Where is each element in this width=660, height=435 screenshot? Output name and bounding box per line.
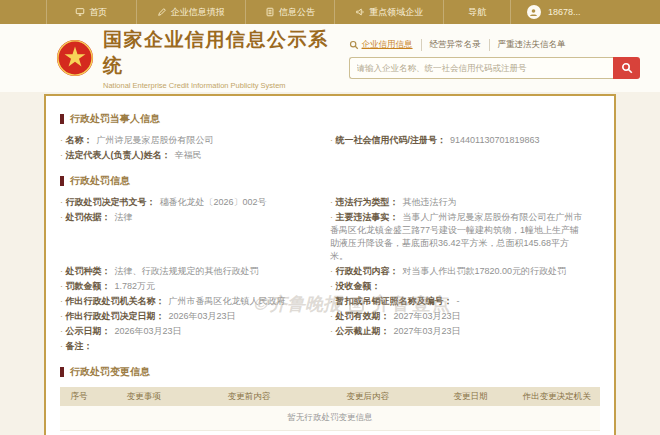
field-penalty-authority: 作出行政处罚机关名称：广州市番禺区化龙镇人民政府 (60, 295, 330, 308)
col-header-index: 序号 (60, 387, 98, 406)
site-header: 国家企业信用信息公示系统 National Enterprise Credit … (0, 24, 660, 92)
field-remarks: 备注： (60, 340, 330, 353)
search-block: 企业信用信息 经营异常名录 严重违法失信名单 (349, 37, 640, 79)
nav-spacer (0, 0, 46, 24)
field-publicity-date: 公示日期：2026年03月23日 (60, 325, 330, 338)
field-row: 法定代表人(负责人)姓名：辛福民 (60, 149, 600, 164)
field-row: 公示日期：2026年03月23日 公示截止期：2027年03月23日 (60, 325, 600, 340)
field-credit-code: 统一社会信用代码/注册号：914401130701819863 (330, 134, 600, 147)
nav-item-home[interactable]: 首页 (46, 0, 136, 24)
nav-item-navigation[interactable]: 导航 (443, 0, 510, 24)
field-penalty-content: 行政处罚内容：对当事人作出罚款17820.00元的行政处罚 (330, 265, 600, 278)
penalty-change-table: 序号 变更事项 变更前内容 变更后内容 变更日期 作出变更决定机关 暂无行政处罚… (60, 387, 600, 431)
user-phone: 18678... (548, 7, 581, 17)
search-tab-enterprise-credit[interactable]: 企业信用信息 (362, 39, 421, 51)
nav-item-enterprise-filing[interactable]: 企业信息填报 (136, 0, 245, 24)
megaphone-icon (355, 7, 365, 17)
section-bullet-icon (60, 367, 64, 377)
site-title-block: 国家企业信用信息公示系统 National Enterprise Credit … (103, 27, 349, 90)
field-penalty-category: 处罚种类：法律、行政法规规定的其他行政处罚 (60, 265, 330, 278)
table-header-row: 序号 变更事项 变更前内容 变更后内容 变更日期 作出变更决定机关 (60, 387, 600, 406)
table-empty-row: 暂无行政处罚变更信息 (60, 406, 600, 430)
section-title: 行政处罚当事人信息 (60, 112, 600, 126)
section-penalty-info: 行政处罚信息 行政处罚决定书文号：穗番化龙处〔2026〕002号 违法行为类型：… (60, 174, 600, 355)
field-decision-doc-number: 行政处罚决定书文号：穗番化龙处〔2026〕002号 (60, 196, 330, 209)
field-fine-amount: 罚款金额：1.782万元 (60, 280, 330, 293)
col-header-change-date: 变更日期 (427, 387, 513, 406)
search-icon (621, 62, 633, 74)
site-title: 国家企业信用信息公示系统 (103, 27, 349, 79)
section-penalty-party-info: 行政处罚当事人信息 名称：广州诗尼曼家居股份有限公司 统一社会信用代码/注册号：… (60, 112, 600, 164)
field-row: 作出行政处罚机关名称：广州市番禺区化龙镇人民政府 暂扣或吊销证照名称及编号：- (60, 295, 600, 310)
field-license-suspension: 暂扣或吊销证照名称及编号：- (330, 295, 600, 308)
search-icon (349, 40, 359, 50)
nav-item-label: 企业信息填报 (171, 6, 225, 19)
col-header-after: 变更后内容 (308, 387, 427, 406)
nav-item-label: 首页 (89, 6, 107, 19)
empty-message: 暂无行政处罚变更信息 (60, 406, 600, 430)
field-row: 备注： (60, 340, 600, 355)
nav-item-info-announcement[interactable]: 信息公告 (245, 0, 335, 24)
section-bullet-icon (60, 176, 64, 186)
national-emblem-logo (56, 39, 94, 77)
search-tab-row: 企业信用信息 经营异常名录 严重违法失信名单 (349, 37, 640, 52)
field-violation-type: 违法行为类型：其他违法行为 (330, 196, 600, 209)
section-penalty-change-info: 行政处罚变更信息 序号 变更事项 变更前内容 变更后内容 变更日期 作出变更决定… (60, 365, 600, 431)
search-row (349, 57, 640, 79)
nav-item-key-field-enterprises[interactable]: 重点领域企业 (334, 0, 443, 24)
pencil-icon (157, 7, 167, 17)
user-avatar-icon (527, 5, 541, 19)
field-confiscation-amount: 没收金额： (330, 280, 600, 293)
field-row: 处罚依据：法律 主要违法事实：当事人广州诗尼曼家居股份有限公司在广州市番禺区化龙… (60, 211, 600, 265)
detail-content-panel: 行政处罚当事人信息 名称：广州诗尼曼家居股份有限公司 统一社会信用代码/注册号：… (44, 94, 616, 435)
field-main-violation-facts: 主要违法事实：当事人广州诗尼曼家居股份有限公司在广州市番禺区化龙镇金盛三路77号… (330, 211, 600, 263)
field-company-name: 名称：广州诗尼曼家居股份有限公司 (60, 134, 330, 147)
document-icon (265, 7, 275, 17)
field-penalty-basis: 处罚依据：法律 (60, 211, 330, 263)
field-row: 作出行政处罚决定日期：2026年03月23日 处罚有效期：2027年03月23日 (60, 310, 600, 325)
field-row: 罚款金额：1.782万元 没收金额： (60, 280, 600, 295)
field-publicity-deadline: 公示截止期：2027年03月23日 (330, 325, 600, 338)
section-bullet-icon (60, 114, 64, 124)
section-title: 行政处罚变更信息 (60, 365, 600, 379)
field-row: 行政处罚决定书文号：穗番化龙处〔2026〕002号 违法行为类型：其他违法行为 (60, 196, 600, 211)
search-tab-abnormal-operations[interactable]: 经营异常名录 (421, 39, 489, 51)
nav-item-label: 导航 (468, 6, 486, 19)
col-header-before: 变更前内容 (190, 387, 309, 406)
section-title: 行政处罚信息 (60, 174, 600, 188)
monitor-icon (75, 7, 85, 17)
search-tab-serious-violations[interactable]: 严重违法失信名单 (489, 39, 574, 51)
field-legal-representative: 法定代表人(负责人)姓名：辛福民 (60, 149, 330, 162)
search-input[interactable] (349, 57, 613, 79)
site-subtitle: National Enterprise Credit Information P… (103, 81, 349, 90)
field-row: 名称：广州诗尼曼家居股份有限公司 统一社会信用代码/注册号：9144011307… (60, 134, 600, 149)
nav-item-label: 重点领域企业 (369, 6, 423, 19)
user-account-area[interactable]: 18678... (510, 0, 660, 24)
col-header-decision-authority: 作出变更决定机关 (514, 387, 600, 406)
nav-item-label: 信息公告 (279, 6, 315, 19)
field-row: 处罚种类：法律、行政法规规定的其他行政处罚 行政处罚内容：对当事人作出罚款178… (60, 265, 600, 280)
field-decision-date: 作出行政处罚决定日期：2026年03月23日 (60, 310, 330, 323)
search-button[interactable] (613, 57, 640, 79)
field-penalty-valid-until: 处罚有效期：2027年03月23日 (330, 310, 600, 323)
top-navigation-bar: 首页 企业信息填报 信息公告 重点领域企业 导航 18678... (0, 0, 660, 24)
col-header-change-item: 变更事项 (98, 387, 190, 406)
